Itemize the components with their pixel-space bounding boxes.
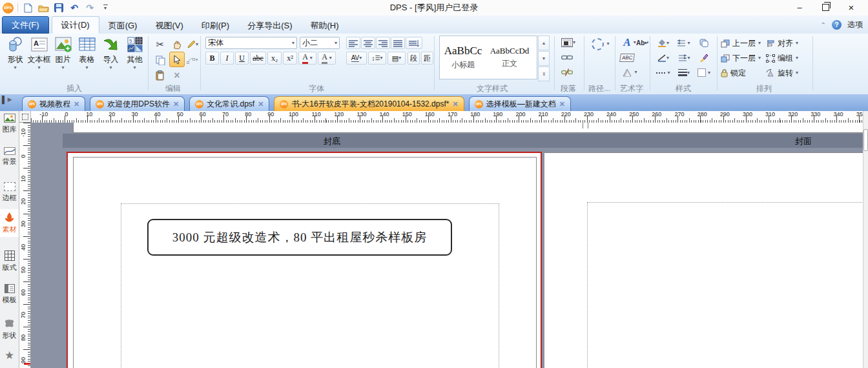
bring-forward-button[interactable]: 上一层▾ xyxy=(721,37,763,50)
sidebar-item-gallery[interactable]: 图库 xyxy=(0,114,19,134)
insert-other-button[interactable]: 5其他▾ xyxy=(123,36,146,77)
delete-icon[interactable]: × xyxy=(169,68,185,83)
insert-picture-button[interactable]: 图片▾ xyxy=(52,36,74,77)
doc-tab[interactable]: DPS文化常识.dpsf✕ xyxy=(189,96,269,111)
tab-印刷(P)[interactable]: 印刷(P) xyxy=(192,18,238,34)
node-edit-icon[interactable]: ▾ xyxy=(186,53,199,67)
font-size-select[interactable]: 小二▾ xyxy=(300,37,340,49)
underline-color-button[interactable]: A▾ xyxy=(298,52,316,65)
scroll-up-icon[interactable]: ▲ xyxy=(538,36,550,50)
line-start-arrows-icon[interactable]: ▾ xyxy=(674,37,694,49)
sidebar-item-material[interactable]: 素材 xyxy=(0,209,19,237)
underline-button[interactable]: U xyxy=(235,52,249,65)
send-backward-button[interactable]: 下一层▾ xyxy=(721,52,763,65)
strikethrough-button[interactable]: abc xyxy=(250,52,266,65)
format-brush-icon[interactable] xyxy=(695,52,713,64)
canvas-textbox[interactable]: 3000 元超级改造术，80 平出租屋秒杀样板房 xyxy=(147,219,452,256)
paste-icon[interactable] xyxy=(152,68,168,83)
group-button[interactable]: 编组▾ xyxy=(766,52,809,65)
close-tab-icon[interactable]: ✕ xyxy=(452,100,458,108)
tab-视图(V)[interactable]: 视图(V) xyxy=(146,18,192,34)
scrollbar-thumb[interactable] xyxy=(863,129,868,151)
text-style-小标题[interactable]: AaBbCc小标题 xyxy=(440,36,486,79)
close-tab-icon[interactable]: ✕ xyxy=(559,100,565,108)
close-tab-icon[interactable]: ✕ xyxy=(74,100,79,108)
doc-tab[interactable]: DPS欢迎使用DPS软件✕ xyxy=(90,96,185,111)
collapse-ribbon-icon[interactable]: ⌃ xyxy=(821,22,826,28)
pencil-edit-icon[interactable]: ▾ xyxy=(186,37,199,52)
select-cursor-tool[interactable] xyxy=(169,52,185,67)
rotate-button[interactable]: 旋转▾ xyxy=(766,66,809,79)
wordart-shadow-icon[interactable]: ▾ xyxy=(619,66,641,79)
help-icon[interactable]: ? xyxy=(832,20,842,30)
align-center-icon[interactable] xyxy=(361,37,375,49)
sidebar-item-shape[interactable]: 形状 xyxy=(0,318,19,340)
insert-shapes-button[interactable]: 形状▾ xyxy=(4,36,26,77)
copy-style-icon[interactable] xyxy=(695,37,713,49)
close-tab-icon[interactable]: ✕ xyxy=(173,100,179,108)
align-justify-icon[interactable] xyxy=(391,37,405,49)
line-weight-icon[interactable]: ▾ xyxy=(674,66,694,79)
link-icon[interactable] xyxy=(558,51,576,64)
insert-import-button[interactable]: 导入▾ xyxy=(99,36,122,77)
vertical-scrollbar[interactable] xyxy=(863,111,868,368)
line-end-arrows-icon[interactable]: ▾ xyxy=(674,52,694,64)
sidebar-item-template[interactable]: 模板 xyxy=(0,284,19,305)
sidebar-expand-icon[interactable]: ▌▶ xyxy=(2,96,12,103)
text-wrap-icon[interactable]: ▾ xyxy=(558,36,579,49)
options-button[interactable]: 选项 xyxy=(847,19,863,30)
char-spacing-button[interactable]: AV▾ xyxy=(346,52,367,65)
close-button[interactable]: × xyxy=(838,0,864,14)
pan-hand-icon[interactable] xyxy=(169,37,185,52)
unlink-icon[interactable] xyxy=(558,66,576,79)
align-left-icon[interactable] xyxy=(346,37,360,49)
close-tab-icon[interactable]: ✕ xyxy=(258,100,264,108)
tab-页面(G)[interactable]: 页面(G) xyxy=(99,18,147,34)
line-spacing-button[interactable]: ↕☰▾ xyxy=(368,52,386,65)
tab-分享导出(S)[interactable]: 分享导出(S) xyxy=(238,18,301,34)
align-right-icon[interactable] xyxy=(376,37,390,49)
insert-table-button[interactable]: 表格▾ xyxy=(76,36,98,77)
spacing-dialog-button[interactable]: 距 xyxy=(421,52,433,65)
wordart-convert-icon[interactable]: Ab↵ xyxy=(636,36,650,49)
align-button[interactable]: 对齐▾ xyxy=(766,37,809,50)
dash-style-icon[interactable]: ▾ xyxy=(654,66,673,79)
tab-设计(D)[interactable]: 设计(D) xyxy=(52,16,99,34)
text-direction-icon[interactable] xyxy=(406,37,422,49)
tab-帮助(H)[interactable]: 帮助(H) xyxy=(301,18,347,34)
paragraph-dialog-button[interactable]: 段 xyxy=(408,52,420,65)
italic-button[interactable]: I xyxy=(220,52,234,65)
subscript-button[interactable]: x₂ xyxy=(267,52,282,65)
vertical-ruler[interactable]: -100102030405060708090 xyxy=(19,123,31,368)
scroll-down-icon[interactable]: ▼ xyxy=(538,51,550,66)
sidebar-item-layout[interactable]: 版式 xyxy=(0,250,19,272)
line-color-icon[interactable]: ▾ xyxy=(654,52,673,64)
shape-effects-icon[interactable]: ▾ xyxy=(695,66,713,79)
wordart-style-icon[interactable]: ABC xyxy=(619,51,636,64)
fill-color-icon[interactable]: ▾ xyxy=(654,37,673,49)
path-tool-icon[interactable]: ▾ xyxy=(589,37,612,50)
text-style-正文[interactable]: AaBbCcDd正文 xyxy=(486,36,533,79)
sidebar-item-border-frame[interactable]: 边框 xyxy=(0,182,19,203)
tab-file[interactable]: 文件(F) xyxy=(2,16,49,34)
restore-button[interactable] xyxy=(812,0,838,14)
ruler-origin-button[interactable] xyxy=(19,111,31,123)
document-canvas[interactable]: 封底 封面 3000 元超级改造术，80 平出租屋秒杀样板房 xyxy=(31,123,863,368)
doc-tab[interactable]: DPS书-大16开软皮平装-文档20190104-1532.dpsf*✕ xyxy=(274,96,464,111)
doc-tab[interactable]: DPS选择模板—新建文档✕ xyxy=(469,96,571,111)
doc-tab[interactable]: DPS视频教程✕ xyxy=(22,96,85,111)
font-color-button[interactable]: A▾ xyxy=(318,52,336,65)
cut-icon[interactable]: ✂ xyxy=(152,37,168,52)
font-name-select[interactable]: 宋体▾ xyxy=(205,37,297,49)
horizontal-ruler[interactable]: -20-100102030405060708090100110120130140… xyxy=(19,111,863,123)
insert-textbox-button[interactable]: A文本框▾ xyxy=(28,36,50,77)
bold-button[interactable]: B xyxy=(205,52,219,65)
copy-icon[interactable] xyxy=(152,53,168,67)
sidebar-item-favorites[interactable]: ★ xyxy=(0,349,19,362)
sidebar-item-background[interactable]: 背景 xyxy=(0,147,19,167)
columns-button[interactable]: ▤▾ xyxy=(388,52,406,65)
gallery-expand-icon[interactable]: ⊻ xyxy=(538,66,550,81)
lock-button[interactable]: 锁定 xyxy=(721,66,763,79)
superscript-button[interactable]: x² xyxy=(283,52,297,65)
minimize-button[interactable]: – xyxy=(787,0,812,14)
